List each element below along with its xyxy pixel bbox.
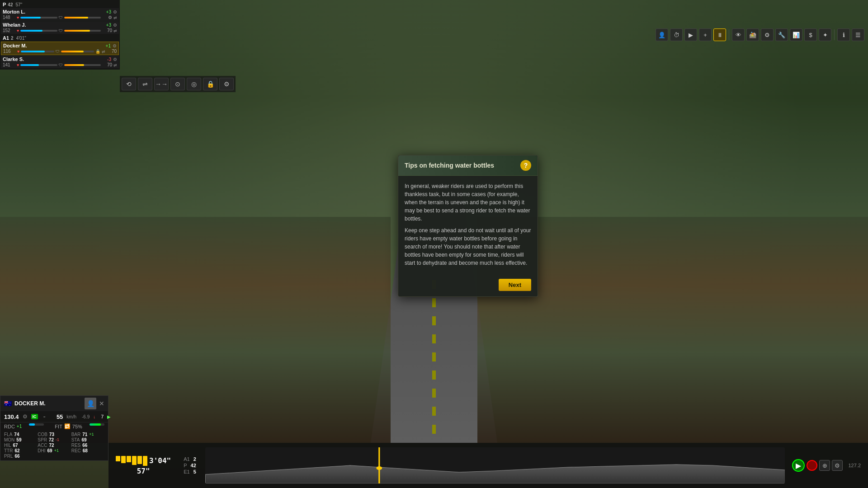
rdc-delta: +1 (17, 424, 22, 429)
rider-row-morton[interactable]: Morton L. +3 ⚙ 148 ♥ 🛡 ⚙ ⇌ (1, 8, 119, 21)
rider-docker-name: Docker M. (3, 43, 104, 48)
rider-whelan-name: Whelan J. (3, 22, 104, 28)
group-p-pos: 42 (8, 2, 13, 7)
whelan-arrows-icon: ⇌ (113, 28, 117, 33)
rider-whelan-heart-bar (20, 30, 57, 32)
compass-btn[interactable]: ⊕ (819, 460, 830, 471)
rider-whelan-delta: +3 (106, 23, 111, 28)
toolbar-dollar-btn[interactable]: $ (804, 28, 817, 41)
top-toolbar: 👤 ⏱ ▶ + ⏸ 👁 🚵 ⚙ 🔧 📊 $ ✦ ℹ ☰ (120, 0, 868, 70)
close-icon[interactable]: ✕ (99, 400, 104, 407)
toolbar-bike-btn[interactable]: 🚵 (746, 28, 759, 41)
toolbar-menu-btn[interactable]: ☰ (852, 28, 864, 41)
rider-speed: 55 (57, 413, 63, 420)
rider-clarke-delta: -3 (107, 57, 111, 62)
bottom-bar: 3'04" 57" A1 2 P 42 E1 5 (108, 443, 868, 488)
toolbar-info-btn[interactable]: ℹ (837, 28, 850, 41)
gradient-val: -6.9 (82, 414, 90, 419)
toolbar-settings-btn[interactable]: ⚙ (761, 28, 774, 41)
toolbar-profile-btn[interactable]: 👤 (656, 28, 668, 41)
power-icon: ▶ (107, 414, 111, 419)
next-button[interactable]: Next (499, 279, 531, 291)
modal-body: In general, weaker riders are used to pe… (398, 176, 538, 275)
arrows-icon: ⇌ (113, 15, 117, 20)
rider-morton-speed: ⚙ (102, 15, 112, 20)
clarke-arrows-icon: ⇌ (113, 63, 117, 67)
toolbar-play-btn[interactable]: ▶ (684, 28, 697, 41)
toolbar-wrench-btn[interactable]: 🔧 (775, 28, 788, 41)
fit-item: FIT 🔁 75% (55, 423, 82, 429)
rider-main-stats: 130.4 ⚙ IC - 55 km/h -6.9 ↓ 7 ▶ (0, 411, 108, 422)
attr-dhi: DHI 69 +1 (38, 448, 71, 453)
action-btn-5[interactable]: ◎ (187, 78, 201, 90)
group-p-count: P 42 (184, 463, 196, 468)
toolbar-pause-btn[interactable]: ⏸ (713, 28, 726, 41)
gc-p-val: 42 (191, 463, 196, 468)
modal-body-p1: In general, weaker riders are used to pe… (405, 182, 531, 223)
action-btn-4[interactable]: ⊙ (170, 78, 185, 90)
rider-whelan-energy-bar (64, 30, 101, 32)
group-a1-time: 4'01" (16, 36, 26, 41)
profile-svg (205, 447, 785, 483)
toolbar-timer-btn[interactable]: ⏱ (670, 28, 683, 41)
rider-clarke-number: 141 (3, 62, 15, 67)
action-btn-gear[interactable]: ⚙ (219, 78, 234, 90)
group-e1-count: E1 5 (184, 469, 196, 474)
svg-point-1 (376, 466, 382, 470)
attr-rec: REC 68 (71, 448, 104, 453)
modal-footer: Next (398, 275, 538, 296)
bar5 (137, 456, 142, 464)
modal-dialog: Tips on fetching water bottles ? In gene… (398, 155, 538, 297)
whelan-shield-icon: 🛡 (59, 28, 63, 33)
action-btn-3[interactable]: →→ (154, 78, 169, 90)
bar4 (132, 456, 137, 465)
rider-morton-heart-bar (20, 17, 57, 19)
fit-label: FIT (55, 424, 62, 429)
rider-morton-name: Morton L. (3, 9, 104, 14)
heart-icon: ♥ (17, 15, 19, 20)
gradient-arrow: ↓ (93, 414, 95, 419)
rider-clarke-icon: ⚙ (113, 57, 117, 62)
attributes-grid: FLA 74 COB 73 BAR 71 +1 MON 59 SPR 72 -1… (0, 430, 108, 460)
attr-acc: ACC 72 (38, 443, 71, 448)
rider-detail-name: DOCKER M. (14, 400, 82, 407)
rider-morton-number: 148 (3, 15, 15, 20)
time-badges: 3'04" 57" (108, 456, 178, 475)
action-btn-2[interactable]: ⇌ (138, 78, 152, 90)
attr-mon: MON 59 (4, 437, 37, 442)
action-btn-lock[interactable]: 🔒 (203, 78, 217, 90)
rider-clarke-speed: 70 (102, 62, 112, 67)
settings-btn-bottom[interactable]: ⚙ (832, 460, 843, 471)
attr-sta: STA 69 (71, 437, 104, 442)
rider-flag: 🇦🇺 (4, 400, 12, 407)
attr-hil: HIL 67 (4, 443, 37, 448)
bar3 (127, 456, 131, 462)
group-a1-label: A1 (3, 35, 9, 41)
toolbar-star-btn[interactable]: ✦ (819, 28, 831, 41)
speed-unit: km/h (66, 414, 76, 419)
time-val-1: 3'04" (149, 456, 171, 465)
bar2 (121, 456, 126, 463)
bar1 (116, 456, 120, 461)
toolbar-add-btn[interactable]: + (699, 28, 712, 41)
ic-badge: IC (31, 414, 38, 419)
rider-row-whelan[interactable]: Whelan J. +3 ⚙ 152 ♥ 🛡 70 ⇌ (1, 21, 119, 34)
rider-main-value: 130.4 (4, 413, 19, 420)
toolbar-chart-btn[interactable]: 📊 (790, 28, 802, 41)
attr-bar: BAR 71 +1 (71, 432, 104, 437)
rider-panel: P 42 57" Morton L. +3 ⚙ 148 ♥ 🛡 ⚙ ⇌ (0, 0, 120, 70)
rider-docker-number: 116 (3, 49, 16, 54)
rider-docker-delta: +1 (106, 43, 111, 48)
rider-row-clarke[interactable]: Clarke S. -3 ⚙ 141 ♥ 🛡 70 ⇌ (1, 56, 119, 68)
minimap-play-btn[interactable]: ▶ (792, 459, 805, 472)
power-val: 7 (101, 414, 104, 419)
attr-res: RES 66 (71, 443, 104, 448)
time-icon-bars (116, 456, 147, 466)
bar6 (143, 456, 147, 466)
rider-docker-speed: 70 (107, 49, 117, 54)
fit-pct: 75% (72, 424, 82, 429)
toolbar-eye-btn[interactable]: 👁 (732, 28, 745, 41)
rider-docker-energy-bar (61, 51, 94, 52)
rider-row-docker[interactable]: Docker M. +1 ⚙ 116 ♥ 🛡 🔒 ⇌ 70 (1, 42, 119, 55)
action-btn-1[interactable]: ⟲ (122, 78, 136, 90)
